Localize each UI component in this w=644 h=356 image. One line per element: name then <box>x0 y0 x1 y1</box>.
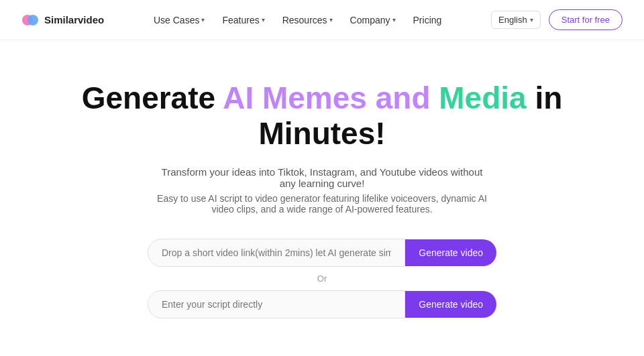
nav-pricing[interactable]: Pricing <box>407 11 449 29</box>
or-divider: Or <box>317 274 327 284</box>
hero-subtitle: Transform your ideas into Tiktok, Instag… <box>161 166 483 189</box>
brand-logo-icon <box>21 11 39 29</box>
script-input[interactable] <box>148 290 405 318</box>
input-area: Generate video Or Generate video <box>54 239 590 318</box>
svg-point-1 <box>28 15 38 25</box>
chevron-down-icon: ▾ <box>392 16 396 23</box>
chevron-down-icon: ▾ <box>329 16 333 23</box>
nav-links: Use Cases ▾ Features ▾ Resources ▾ Compa… <box>147 11 448 29</box>
language-selector[interactable]: English ▾ <box>491 11 541 29</box>
nav-company[interactable]: Company ▾ <box>343 11 402 29</box>
hero-subtitle2: Easy to use AI script to video generator… <box>148 193 496 215</box>
hero-section: Generate AI Memes and Media in Minutes! … <box>0 40 644 356</box>
nav-use-cases[interactable]: Use Cases ▾ <box>147 11 211 29</box>
start-for-free-button[interactable]: Start for free <box>549 9 623 30</box>
video-link-input[interactable] <box>148 239 405 267</box>
navbar: Similarvideo Use Cases ▾ Features ▾ Reso… <box>0 0 644 40</box>
nav-right: English ▾ Start for free <box>491 9 623 30</box>
chevron-down-icon: ▾ <box>201 16 205 23</box>
generate-video-button-2[interactable]: Generate video <box>405 291 496 318</box>
chevron-down-icon: ▾ <box>262 16 265 23</box>
hero-title: Generate AI Memes and Media in Minutes! <box>54 80 590 152</box>
input-row-2: Generate video <box>148 290 496 318</box>
chevron-down-icon: ▾ <box>530 16 533 23</box>
nav-resources[interactable]: Resources ▾ <box>276 11 339 29</box>
brand-name: Similarvideo <box>44 14 104 25</box>
brand-logo[interactable]: Similarvideo <box>21 11 104 29</box>
nav-features[interactable]: Features ▾ <box>215 11 271 29</box>
generate-video-button-1[interactable]: Generate video <box>405 239 496 266</box>
input-row-1: Generate video <box>148 239 496 267</box>
